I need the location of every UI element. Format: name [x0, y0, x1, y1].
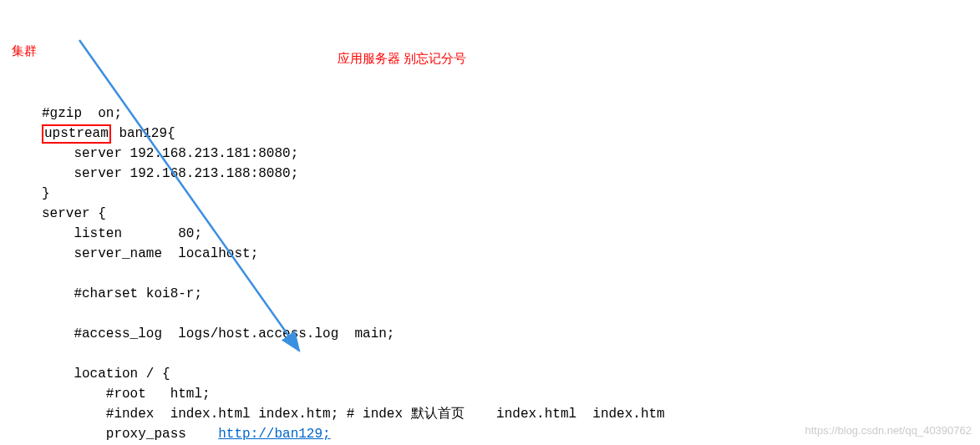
upstream-keyword-box: upstream	[42, 124, 111, 144]
code-line: #charset koi8-r;	[42, 286, 202, 301]
watermark-text: https://blog.csdn.net/qq_40390762	[805, 422, 972, 439]
code-line: #gzip on;	[42, 106, 122, 121]
annotation-server-note: 应用服务器 别忘记分号	[338, 49, 466, 68]
nginx-config-code: #gzip on; upstream ban129{ server 192.16…	[0, 80, 980, 445]
code-line: #root html;	[42, 387, 211, 402]
code-line: server 192.168.213.188:8080;	[42, 166, 298, 181]
code-line: #index index.html index.htm; # index 默认首…	[42, 407, 665, 422]
code-text: proxy_pass	[42, 427, 218, 442]
annotation-cluster: 集群	[12, 42, 37, 61]
code-line: location / {	[42, 367, 170, 382]
code-line: server_name localhost;	[42, 246, 258, 261]
proxy-pass-url-link[interactable]: http://ban129;	[218, 427, 330, 442]
code-line: }	[42, 186, 50, 201]
code-line: server {	[42, 206, 106, 221]
code-line: server 192.168.213.181:8080;	[42, 146, 298, 161]
code-line: listen 80;	[42, 226, 202, 241]
code-text: ban129{	[111, 126, 175, 141]
code-line: #access_log logs/host.access.log main;	[42, 326, 394, 341]
